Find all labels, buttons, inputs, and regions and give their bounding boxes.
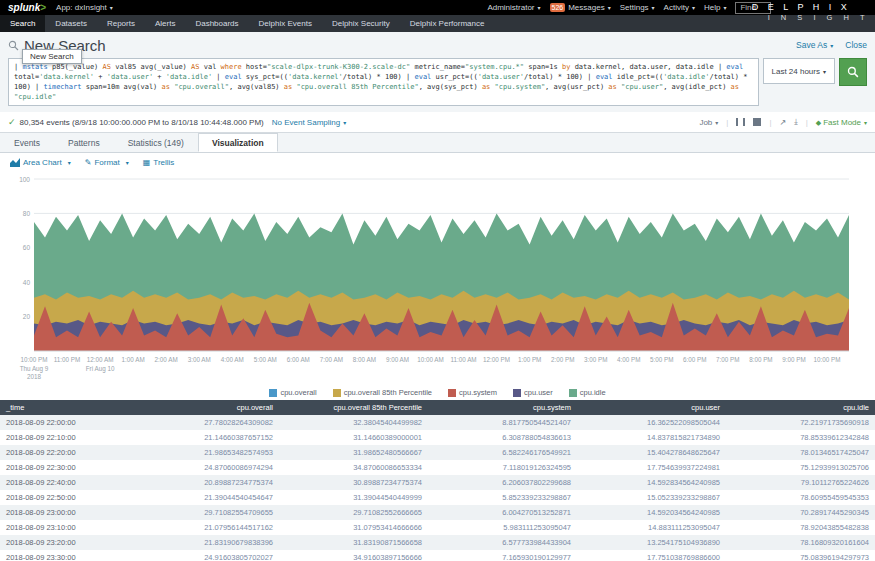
value-cell[interactable]: 14.837815821734890 xyxy=(577,430,726,445)
time-cell[interactable]: 2018-08-09 22:40:00 xyxy=(0,475,130,490)
value-cell[interactable]: 16.362522098505044 xyxy=(577,415,726,430)
area-chart[interactable]: 2040608010010:00 PM11:00 PM12:00 AM1:00 … xyxy=(0,171,875,387)
settings-menu[interactable]: Settings xyxy=(620,3,655,12)
nav-item-delphix-security[interactable]: Delphix Security xyxy=(322,15,400,32)
value-cell[interactable]: 7.165930190129977 xyxy=(428,550,577,561)
value-cell[interactable]: 78.60955459545353 xyxy=(726,490,875,505)
value-cell[interactable]: 34.91603897156666 xyxy=(279,550,428,561)
value-cell[interactable]: 24.87060086974294 xyxy=(130,460,279,475)
nav-item-alerts[interactable]: Alerts xyxy=(145,15,185,32)
time-cell[interactable]: 2018-08-09 23:20:00 xyxy=(0,535,130,550)
time-cell[interactable]: 2018-08-09 23:10:00 xyxy=(0,520,130,535)
value-cell[interactable]: 6.308788054836613 xyxy=(428,430,577,445)
value-cell[interactable]: 17.751038769886600 xyxy=(577,550,726,561)
value-cell[interactable]: 15.404278648625647 xyxy=(577,445,726,460)
value-cell[interactable]: 14.592834564240985 xyxy=(577,475,726,490)
legend-item-cpu-system[interactable]: cpu.system xyxy=(448,388,497,397)
value-cell[interactable]: 21.98653482574953 xyxy=(130,445,279,460)
column-header-cpu-user[interactable]: cpu.user xyxy=(577,400,726,415)
time-cell[interactable]: 2018-08-09 22:30:00 xyxy=(0,460,130,475)
value-cell[interactable]: 29.71082554709655 xyxy=(130,505,279,520)
legend-item-cpu-overall[interactable]: cpu.overall xyxy=(269,388,316,397)
pause-button[interactable] xyxy=(736,118,745,126)
value-cell[interactable]: 15.052339233298867 xyxy=(577,490,726,505)
search-submit-button[interactable] xyxy=(839,58,867,86)
value-cell[interactable]: 27.78028264309082 xyxy=(130,415,279,430)
value-cell[interactable]: 72.21971735690918 xyxy=(726,415,875,430)
trellis-button[interactable]: ▦ Trellis xyxy=(143,158,175,167)
value-cell[interactable]: 21.83190679838396 xyxy=(130,535,279,550)
value-cell[interactable]: 32.38045404499982 xyxy=(279,415,428,430)
value-cell[interactable]: 20.89887234775374 xyxy=(130,475,279,490)
tab-events[interactable]: Events xyxy=(0,133,54,152)
tab-patterns[interactable]: Patterns xyxy=(54,133,114,152)
value-cell[interactable]: 21.07956144517162 xyxy=(130,520,279,535)
nav-item-search[interactable]: Search xyxy=(0,15,45,32)
time-cell[interactable]: 2018-08-09 23:00:00 xyxy=(0,505,130,520)
value-cell[interactable]: 13.254175104936890 xyxy=(577,535,726,550)
value-cell[interactable]: 31.07953414666666 xyxy=(279,520,428,535)
administrator-menu[interactable]: Administrator xyxy=(487,3,540,12)
value-cell[interactable]: 29.71082552666665 xyxy=(279,505,428,520)
nav-item-delphix-events[interactable]: Delphix Events xyxy=(249,15,322,32)
value-cell[interactable]: 31.14660389000001 xyxy=(279,430,428,445)
value-cell[interactable]: 21.39044540454647 xyxy=(130,490,279,505)
legend-item-cpu-idle[interactable]: cpu.idle xyxy=(569,388,606,397)
export-button[interactable]: ⤓ xyxy=(794,117,798,127)
column-header-time[interactable]: _time xyxy=(0,400,130,415)
time-cell[interactable]: 2018-08-09 22:00:00 xyxy=(0,415,130,430)
value-cell[interactable]: 7.118019126324595 xyxy=(428,460,577,475)
column-header-cpu-system[interactable]: cpu.system xyxy=(428,400,577,415)
value-cell[interactable]: 78.01346517425047 xyxy=(726,445,875,460)
time-range-picker[interactable]: Last 24 hours xyxy=(763,58,836,84)
fast-mode-toggle[interactable]: ◆Fast Mode xyxy=(816,118,867,127)
column-header-cpu-idle[interactable]: cpu.idle xyxy=(726,400,875,415)
event-sampling-menu[interactable]: No Event Sampling xyxy=(272,118,347,127)
legend-item-cpu-overall-85th-percentile[interactable]: cpu.overall 85th Percentile xyxy=(333,388,432,397)
value-cell[interactable]: 31.98652480566667 xyxy=(279,445,428,460)
value-cell[interactable]: 34.87060086653334 xyxy=(279,460,428,475)
value-cell[interactable]: 6.004270513252871 xyxy=(428,505,577,520)
stop-button[interactable] xyxy=(753,118,761,126)
column-header-cpu-overall-85th-percentile[interactable]: cpu.overall 85th Percentile xyxy=(279,400,428,415)
save-as-button[interactable]: Save As xyxy=(796,40,833,50)
value-cell[interactable]: 8.817750544521407 xyxy=(428,415,577,430)
value-cell[interactable]: 75.08396194297973 xyxy=(726,550,875,561)
legend-item-cpu-user[interactable]: cpu.user xyxy=(513,388,553,397)
value-cell[interactable]: 78.16809320161604 xyxy=(726,535,875,550)
tab-statistics-149[interactable]: Statistics (149) xyxy=(114,133,198,152)
value-cell[interactable]: 31.39044540449999 xyxy=(279,490,428,505)
value-cell[interactable]: 6.577733984433904 xyxy=(428,535,577,550)
value-cell[interactable]: 21.14660387657152 xyxy=(130,430,279,445)
value-cell[interactable]: 78.92043855482838 xyxy=(726,520,875,535)
value-cell[interactable]: 79.10112765224626 xyxy=(726,475,875,490)
app-menu[interactable]: App: dxInsight xyxy=(56,3,113,12)
nav-item-datasets[interactable]: Datasets xyxy=(45,15,97,32)
messages-menu[interactable]: Messages xyxy=(568,3,610,12)
value-cell[interactable]: 5.983111253095047 xyxy=(428,520,577,535)
value-cell[interactable]: 6.582246176549921 xyxy=(428,445,577,460)
format-menu[interactable]: ✎ Format xyxy=(85,158,129,167)
share-button[interactable]: ↗ xyxy=(779,118,786,127)
nav-item-dashboards[interactable]: Dashboards xyxy=(185,15,248,32)
close-button[interactable]: Close xyxy=(845,40,867,50)
value-cell[interactable]: 78.85339612342848 xyxy=(726,430,875,445)
time-cell[interactable]: 2018-08-09 22:20:00 xyxy=(0,445,130,460)
nav-item-delphix-performance[interactable]: Delphix Performance xyxy=(400,15,495,32)
value-cell[interactable]: 14.883111253095047 xyxy=(577,520,726,535)
value-cell[interactable]: 14.592034564240985 xyxy=(577,505,726,520)
value-cell[interactable]: 17.754639937224981 xyxy=(577,460,726,475)
help-menu[interactable]: Help xyxy=(704,3,726,12)
time-cell[interactable]: 2018-08-09 22:50:00 xyxy=(0,490,130,505)
time-cell[interactable]: 2018-08-09 22:10:00 xyxy=(0,430,130,445)
column-header-cpu-overall[interactable]: cpu.overall xyxy=(130,400,279,415)
value-cell[interactable]: 75.12939913025706 xyxy=(726,460,875,475)
tab-visualization[interactable]: Visualization xyxy=(198,133,278,152)
search-query-input[interactable]: | mstats p85(_value) AS val85 avg(_value… xyxy=(8,58,759,106)
value-cell[interactable]: 6.206037802299688 xyxy=(428,475,577,490)
job-menu[interactable]: Job xyxy=(699,118,718,127)
value-cell[interactable]: 24.91603805702027 xyxy=(130,550,279,561)
value-cell[interactable]: 70.28917445290345 xyxy=(726,505,875,520)
value-cell[interactable]: 30.89887234775374 xyxy=(279,475,428,490)
nav-item-reports[interactable]: Reports xyxy=(97,15,145,32)
